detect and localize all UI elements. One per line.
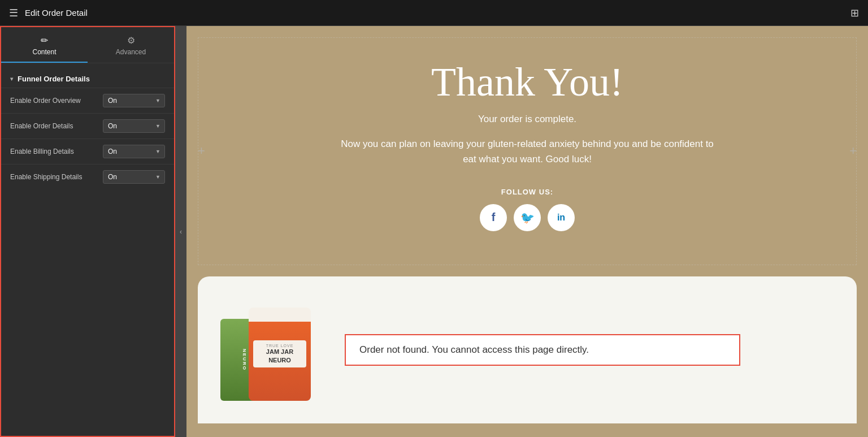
linkedin-icon-button[interactable]: in: [548, 204, 575, 231]
pencil-icon: ✏: [41, 35, 48, 46]
top-bar-left: ☰ Edit Order Detail: [9, 7, 88, 19]
tabs-container: ✏ Content ⚙ Advanced: [1, 27, 174, 63]
bottom-section-wrapper: NEURO TRUE LOVE JAM JARNEURO Order not f…: [186, 276, 868, 437]
panel-content: ▾ Funnel Order Details Enable Order Over…: [1, 63, 174, 196]
hero-subtitle: Your order is complete.: [478, 114, 576, 125]
select-wrapper-billing-details: On Off: [103, 145, 165, 158]
top-bar: ☰ Edit Order Detail ⊞: [0, 0, 868, 26]
top-bar-title: Edit Order Detail: [25, 8, 88, 18]
chevron-down-icon: ▾: [10, 76, 13, 82]
hero-body: Now you can plan on leaving your gluten-…: [335, 136, 719, 167]
follow-us-section: FOLLOW US: f 🐦 in: [480, 188, 575, 231]
label-enable-order-details: Enable Order Details: [10, 122, 73, 130]
hero-section: + + Thank You! Your order is complete. N…: [186, 26, 868, 276]
social-icons-container: f 🐦 in: [480, 204, 575, 231]
facebook-icon-button[interactable]: f: [480, 204, 507, 231]
product-back-label: NEURO: [242, 349, 247, 371]
select-enable-order-details[interactable]: On Off: [103, 119, 165, 133]
tab-advanced-label: Advanced: [116, 48, 146, 56]
twitter-icon-button[interactable]: 🐦: [514, 204, 541, 231]
hero-title: Thank You!: [431, 60, 623, 105]
section-title: Funnel Order Details: [18, 75, 90, 83]
product-main-label-container: TRUE LOVE JAM JARNEURO: [253, 340, 306, 367]
left-panel: ✏ Content ⚙ Advanced ▾ Funnel Order Deta…: [0, 26, 175, 437]
order-not-found-box: Order not found. You cannot access this …: [345, 334, 740, 366]
field-enable-billing-details: Enable Billing Details On Off: [1, 139, 174, 164]
select-enable-shipping-details[interactable]: On Off: [103, 170, 165, 184]
product-jam-jar-label: JAM JARNEURO: [257, 348, 303, 364]
select-wrapper-shipping-details: On Off: [103, 170, 165, 184]
label-enable-billing-details: Enable Billing Details: [10, 148, 74, 155]
grid-icon[interactable]: ⊞: [850, 7, 859, 19]
select-enable-order-overview[interactable]: On Off: [103, 94, 165, 107]
collapse-arrow-icon: ‹: [180, 228, 182, 236]
twitter-bird-icon: 🐦: [520, 211, 535, 224]
order-not-found-text: Order not found. You cannot access this …: [359, 344, 589, 355]
facebook-f-letter: f: [492, 211, 496, 224]
field-enable-order-overview: Enable Order Overview On Off: [1, 88, 174, 113]
canvas-area: + + Thank You! Your order is complete. N…: [186, 26, 868, 437]
main-layout: ✏ Content ⚙ Advanced ▾ Funnel Order Deta…: [0, 26, 868, 437]
add-section-left-icon[interactable]: +: [198, 144, 205, 158]
select-wrapper-order-overview: On Off: [103, 94, 165, 107]
label-enable-order-overview: Enable Order Overview: [10, 97, 81, 105]
field-enable-order-details: Enable Order Details On Off: [1, 113, 174, 139]
select-wrapper-order-details: On Off: [103, 119, 165, 133]
hamburger-icon[interactable]: ☰: [9, 7, 18, 19]
product-section: NEURO TRUE LOVE JAM JARNEURO Order not f…: [198, 276, 857, 423]
product-images: NEURO TRUE LOVE JAM JARNEURO: [220, 299, 311, 401]
section-header[interactable]: ▾ Funnel Order Details: [1, 70, 174, 88]
tab-content-label: Content: [32, 48, 56, 56]
tab-advanced[interactable]: ⚙ Advanced: [88, 27, 174, 63]
label-enable-shipping-details: Enable Shipping Details: [10, 173, 82, 181]
gear-icon: ⚙: [127, 35, 135, 46]
product-true-love-label: TRUE LOVE: [257, 344, 303, 348]
product-main-image: TRUE LOVE JAM JARNEURO: [249, 308, 311, 401]
select-enable-billing-details[interactable]: On Off: [103, 145, 165, 158]
follow-us-label: FOLLOW US:: [480, 188, 575, 196]
linkedin-in-letter: in: [557, 213, 565, 223]
tab-content[interactable]: ✏ Content: [1, 27, 88, 63]
collapse-panel-button[interactable]: ‹: [175, 26, 186, 437]
add-section-right-icon[interactable]: +: [849, 144, 857, 158]
field-enable-shipping-details: Enable Shipping Details On Off: [1, 164, 174, 189]
